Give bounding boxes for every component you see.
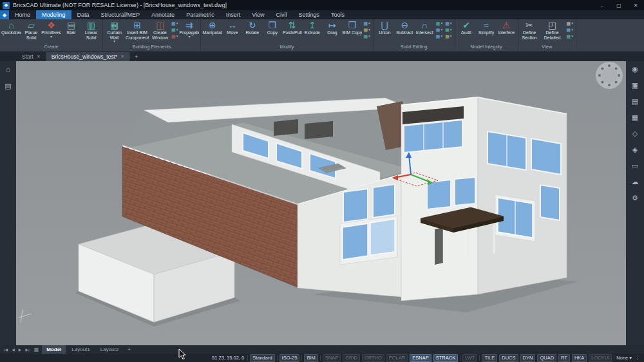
define-detailed-section-button[interactable]: ◰Define Detailed Section: [540, 20, 565, 41]
prev-layout-button[interactable]: ◀: [10, 347, 16, 352]
add-layout-button[interactable]: +: [124, 347, 134, 352]
status-standard[interactable]: Standard: [250, 354, 274, 362]
mini-tool-button[interactable]: ▦▾: [567, 21, 573, 26]
toggle-tile[interactable]: TILE: [482, 354, 497, 362]
toggle-polar[interactable]: POLAR: [386, 354, 408, 362]
render-icon[interactable]: ▭: [632, 162, 638, 169]
push-pull-button[interactable]: ⇅Push/Pull: [282, 20, 302, 35]
toggle-esnap[interactable]: ESNAP: [410, 354, 431, 362]
primitives-button[interactable]: ❖Primitives▾: [41, 20, 61, 39]
toggle-ortho[interactable]: ORTHO: [362, 354, 384, 362]
tab-parametric[interactable]: Parametric: [180, 10, 220, 19]
create-window-button[interactable]: ◫Create Window: [150, 20, 170, 40]
linear-solid-button[interactable]: ▥Linear Solid: [81, 20, 101, 40]
tab-layout1[interactable]: Layout1: [67, 345, 94, 354]
mini-tool-button[interactable]: ▦▾: [171, 21, 178, 26]
mini-tool-button[interactable]: ▦▾: [436, 33, 442, 39]
toggle-quad[interactable]: QUAD: [537, 354, 556, 362]
tab-model-space[interactable]: Model: [42, 345, 66, 354]
layout-list-icon[interactable]: ▦: [32, 347, 41, 352]
status-dim-style[interactable]: ISO-25: [279, 354, 300, 362]
toggle-rt[interactable]: RT: [558, 354, 570, 362]
model-viewport[interactable]: [16, 61, 626, 345]
manipulate-button[interactable]: ⊕Manipulate: [202, 20, 222, 35]
tips-icon[interactable]: ◉: [632, 65, 638, 73]
status-overflow-button[interactable]: ⋮: [634, 355, 641, 361]
curtain-wall-button[interactable]: ▦Curtain Wall▾: [104, 20, 124, 43]
stair-button[interactable]: ▤Stair: [61, 20, 81, 35]
first-layout-button[interactable]: |◀: [3, 347, 9, 352]
gear-icon[interactable]: ⚙: [632, 194, 638, 202]
tab-structural-mep[interactable]: Structural/MEP: [95, 10, 146, 19]
define-section-button[interactable]: ✂Define Section: [520, 20, 540, 40]
rotate-button[interactable]: ↻Rotate: [242, 20, 262, 35]
window[interactable]: [455, 177, 475, 205]
properties-icon[interactable]: ▣: [632, 81, 638, 89]
tab-data[interactable]: Data: [71, 10, 95, 19]
quickdraw-button[interactable]: ⌂Quickdraw: [1, 20, 21, 35]
toggle-lockui[interactable]: LOCKUI: [589, 354, 612, 362]
status-bim[interactable]: BIM: [304, 354, 317, 362]
new-document-button[interactable]: +: [130, 52, 142, 61]
toggle-snap[interactable]: SNAP: [323, 354, 341, 362]
drag-button[interactable]: ↦Drag: [322, 20, 342, 35]
mini-tool-button[interactable]: ▦▾: [436, 27, 442, 33]
toggle-hka[interactable]: HKA: [572, 354, 587, 362]
close-button[interactable]: ✕: [627, 0, 644, 10]
selection-filter-dropdown[interactable]: None ▾: [616, 355, 632, 361]
close-icon[interactable]: ✕: [120, 54, 124, 59]
window[interactable]: [343, 189, 368, 222]
mini-tool-button[interactable]: ▦▾: [436, 21, 442, 26]
tab-modeling[interactable]: Modeling: [36, 10, 71, 19]
tab-civil[interactable]: Civil: [270, 10, 293, 19]
materials-icon[interactable]: ◈: [632, 146, 638, 153]
planar-solid-button[interactable]: ▱Planar Solid: [21, 20, 41, 40]
tab-tools[interactable]: Tools: [325, 10, 350, 19]
union-button[interactable]: ⋃Union: [375, 20, 395, 35]
next-layout-button[interactable]: ▶: [17, 347, 23, 352]
components-icon[interactable]: ◇: [632, 129, 638, 137]
toggle-strack[interactable]: STRACK: [433, 354, 458, 362]
mini-tool-button[interactable]: ▦▾: [363, 21, 370, 26]
mini-tool-button[interactable]: ▦▾: [171, 33, 178, 39]
extrude-button[interactable]: ↥Extrude: [302, 20, 322, 35]
panels-icon[interactable]: ▤: [5, 82, 11, 90]
home-icon[interactable]: ⌂: [6, 65, 10, 73]
window[interactable]: [531, 138, 561, 175]
toggle-lwt[interactable]: LWT: [462, 354, 477, 362]
tab-settings[interactable]: Settings: [293, 10, 326, 19]
cloud-icon[interactable]: ☁: [632, 178, 639, 186]
toggle-ducs[interactable]: DUCS: [499, 354, 518, 362]
mini-tool-button[interactable]: ▦▾: [363, 27, 370, 33]
mini-tool-button[interactable]: ▦▾: [363, 33, 370, 39]
brics-logo-icon[interactable]: ◆: [0, 10, 9, 19]
sheets-icon[interactable]: ▦: [632, 113, 638, 121]
view-compass[interactable]: [596, 62, 623, 89]
window[interactable]: [427, 180, 451, 209]
close-icon[interactable]: ✕: [37, 54, 41, 59]
minimize-button[interactable]: –: [594, 0, 611, 10]
tab-layout2[interactable]: Layout2: [96, 345, 123, 354]
doc-tab-brics-house[interactable]: BricsHouse_windows_test* ✕: [46, 52, 130, 61]
simplify-button[interactable]: ≈Simplify: [477, 20, 497, 35]
propagate-button[interactable]: ⇉Propagate▾: [179, 20, 199, 39]
tab-view[interactable]: View: [246, 10, 270, 19]
move-button[interactable]: ↔Move: [222, 20, 242, 35]
toggle-grid[interactable]: GRID: [343, 354, 360, 362]
window[interactable]: [373, 184, 395, 218]
mini-tool-button[interactable]: ▦▾: [171, 27, 178, 33]
tab-insert[interactable]: Insert: [220, 10, 247, 19]
mini-tool-button[interactable]: ▦▾: [445, 21, 451, 26]
interfere-button[interactable]: ⚠Interfere: [497, 20, 516, 35]
layers-icon[interactable]: ▤: [632, 97, 638, 105]
tab-annotate[interactable]: Annotate: [146, 10, 180, 19]
window[interactable]: [540, 185, 560, 220]
mini-tool-button[interactable]: ▦▾: [567, 33, 573, 39]
window[interactable]: [404, 120, 462, 153]
maximize-button[interactable]: ▢: [611, 0, 627, 10]
tab-home[interactable]: Home: [9, 10, 36, 19]
subtract-button[interactable]: ⊖Subtract: [395, 20, 415, 35]
doc-tab-start[interactable]: Start ✕: [17, 52, 46, 61]
audit-button[interactable]: ✔Audit: [457, 20, 477, 35]
bay-window[interactable]: [340, 216, 397, 265]
